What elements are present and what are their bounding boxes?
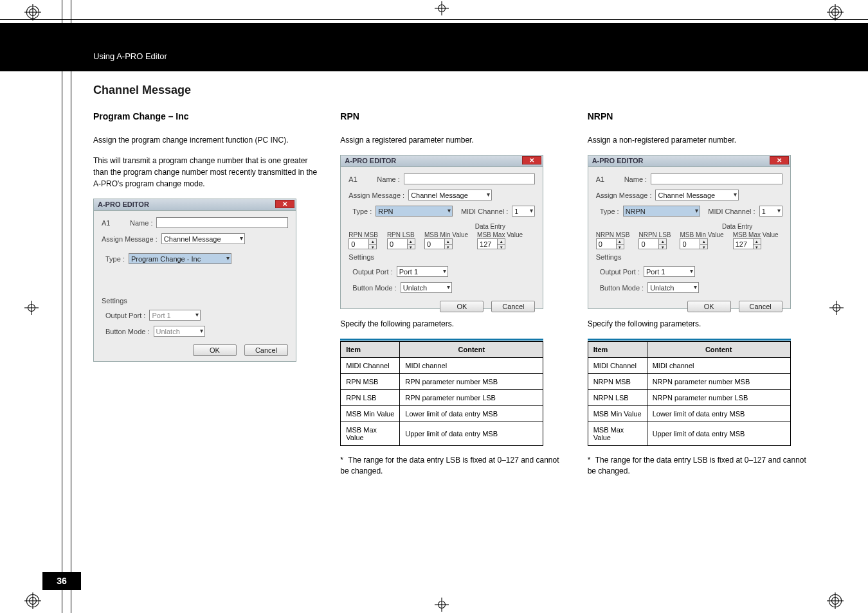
name-input[interactable] bbox=[651, 173, 782, 184]
ok-button[interactable]: OK bbox=[193, 344, 237, 356]
ok-button[interactable]: OK bbox=[687, 301, 731, 312]
paragraph: Assign a registered parameter number. bbox=[340, 134, 569, 146]
spinner-buttons[interactable]: ▴▾ bbox=[700, 238, 708, 249]
msb-min-spin[interactable]: 0 bbox=[680, 238, 700, 249]
settings-label: Settings bbox=[102, 297, 127, 305]
cancel-button[interactable]: Cancel bbox=[739, 301, 782, 312]
table-row: RPN MSBRPN parameter number MSB bbox=[341, 374, 543, 390]
footnote: *The range for the data entry LSB is fix… bbox=[340, 455, 569, 477]
msb-max-label: MSB Max Value bbox=[477, 231, 523, 238]
paragraph: Specify the following parameters. bbox=[340, 318, 569, 330]
midi-channel-label: MIDI Channel : bbox=[708, 208, 755, 215]
output-port-combo[interactable]: Port 1 bbox=[644, 266, 695, 277]
midi-channel-label: MIDI Channel : bbox=[461, 208, 508, 215]
type-combo[interactable]: RPN bbox=[375, 206, 453, 217]
nrpn-lsb-spin[interactable]: 0 bbox=[638, 238, 659, 249]
cancel-button[interactable]: Cancel bbox=[491, 301, 535, 312]
paragraph: Specify the following parameters. bbox=[588, 318, 817, 330]
table-row: MSB Max ValueUpper limit of data entry M… bbox=[341, 422, 543, 446]
msb-max-spin[interactable]: 127 bbox=[733, 238, 754, 249]
table-row: MIDI ChannelMIDI channel bbox=[341, 358, 543, 374]
type-combo[interactable]: NRPN bbox=[623, 206, 700, 217]
table-header: Item bbox=[588, 342, 647, 358]
table-row: MSB Min ValueLower limit of data entry M… bbox=[588, 406, 790, 422]
msb-min-spin[interactable]: 0 bbox=[424, 238, 445, 249]
cross-mark-icon bbox=[435, 1, 449, 15]
registration-mark-icon bbox=[24, 4, 41, 21]
settings-label: Settings bbox=[348, 253, 374, 261]
assign-label: Assign Message : bbox=[102, 235, 158, 243]
assign-message-combo[interactable]: Channel Message bbox=[655, 190, 739, 200]
column-rpn: RPN Assign a registered parameter number… bbox=[340, 111, 569, 477]
spinner-buttons[interactable]: ▴▾ bbox=[617, 238, 624, 249]
registration-mark-icon bbox=[827, 592, 844, 609]
msb-max-spin[interactable]: 127 bbox=[477, 238, 498, 249]
nrpn-param-table: Item Content MIDI ChannelMIDI channel NR… bbox=[588, 341, 791, 446]
close-icon[interactable]: ✕ bbox=[522, 156, 541, 164]
rpn-lsb-spin[interactable]: 0 bbox=[387, 238, 408, 249]
name-label: Name : bbox=[130, 219, 152, 227]
assign-message-combo[interactable]: Channel Message bbox=[408, 190, 492, 200]
dialog-body: A1 Name : Assign Message : Channel Messa… bbox=[588, 167, 790, 308]
type-label: Type : bbox=[600, 208, 619, 215]
button-mode-combo[interactable]: Unlatch bbox=[401, 282, 452, 293]
name-label: Name : bbox=[624, 175, 647, 183]
dialog-title: A-PRO EDITOR bbox=[98, 200, 149, 208]
rpn-msb-spin[interactable]: 0 bbox=[348, 238, 369, 249]
h2: NRPN bbox=[588, 111, 817, 121]
nrpn-lsb-label: NRPN LSB bbox=[638, 231, 671, 238]
column-nrpn: NRPN Assign a non-registered parameter n… bbox=[588, 111, 817, 477]
type-label: Type : bbox=[352, 208, 372, 215]
table-header: Content bbox=[400, 342, 543, 358]
dialog-title: A-PRO EDITOR bbox=[345, 157, 396, 164]
cancel-button[interactable]: Cancel bbox=[244, 344, 288, 356]
assign-message-combo[interactable]: Channel Message bbox=[161, 233, 245, 244]
registration-mark-icon bbox=[24, 592, 41, 609]
name-input[interactable] bbox=[404, 173, 536, 184]
paragraph: Assign the program change increment func… bbox=[93, 134, 322, 146]
spinner-buttons[interactable]: ▴▾ bbox=[445, 238, 453, 249]
dialog-titlebar: A-PRO EDITOR ✕ bbox=[588, 155, 790, 167]
button-mode-combo[interactable]: Unlatch bbox=[154, 326, 205, 337]
dialog-title: A-PRO EDITOR bbox=[592, 157, 644, 164]
close-icon[interactable]: ✕ bbox=[275, 200, 294, 208]
type-combo[interactable]: Program Change - Inc bbox=[129, 253, 231, 264]
slot-label: A1 bbox=[348, 175, 364, 183]
h2: RPN bbox=[340, 111, 569, 121]
settings-label: Settings bbox=[596, 253, 622, 261]
table-row: MSB Min ValueLower limit of data entry M… bbox=[341, 406, 543, 422]
section-header: Using A-PRO Editor bbox=[0, 23, 868, 71]
spinner-buttons[interactable]: ▴▾ bbox=[659, 238, 667, 249]
rpn-param-table: Item Content MIDI ChannelMIDI channel RP… bbox=[340, 341, 543, 446]
ok-button[interactable]: OK bbox=[440, 301, 484, 312]
spinner-buttons[interactable]: ▴▾ bbox=[408, 238, 415, 249]
output-port-combo[interactable]: Port 1 bbox=[397, 266, 448, 277]
table-top-rule bbox=[588, 339, 791, 341]
dialog-body: A1 Name : Assign Message : Channel Messa… bbox=[341, 167, 543, 308]
output-port-combo[interactable]: Port 1 bbox=[149, 310, 201, 321]
nrpn-msb-spin[interactable]: 0 bbox=[596, 238, 617, 249]
spinner-buttons[interactable]: ▴▾ bbox=[369, 238, 377, 249]
spinner-buttons[interactable]: ▴▾ bbox=[754, 238, 761, 249]
cross-mark-icon bbox=[24, 301, 39, 315]
slot-label: A1 bbox=[102, 219, 117, 227]
data-entry-label: Data Entry bbox=[445, 223, 535, 230]
footnote: *The range for the data entry LSB is fix… bbox=[588, 455, 817, 477]
registration-mark-icon bbox=[827, 4, 844, 21]
spinner-buttons[interactable]: ▴▾ bbox=[498, 238, 505, 249]
dialog-titlebar: A-PRO EDITOR ✕ bbox=[94, 199, 296, 211]
button-mode-combo[interactable]: Unlatch bbox=[647, 282, 699, 293]
slot-label: A1 bbox=[596, 175, 611, 183]
midi-channel-combo[interactable]: 1 bbox=[759, 206, 782, 217]
msb-min-label: MSB Min Value bbox=[680, 231, 723, 238]
close-icon[interactable]: ✕ bbox=[770, 156, 789, 164]
output-port-label: Output Port : bbox=[105, 312, 145, 319]
h2: Program Change – Inc bbox=[93, 111, 322, 121]
table-row: MIDI ChannelMIDI channel bbox=[588, 358, 790, 374]
dialog-rpn: A-PRO EDITOR ✕ A1 Name : Assign Message … bbox=[340, 155, 543, 309]
crop-line-top bbox=[0, 19, 868, 20]
midi-channel-combo[interactable]: 1 bbox=[512, 206, 535, 217]
name-input[interactable] bbox=[156, 217, 288, 228]
crop-line-left-a bbox=[62, 0, 62, 613]
table-row: NRPN MSBNRPN parameter number MSB bbox=[588, 374, 790, 390]
